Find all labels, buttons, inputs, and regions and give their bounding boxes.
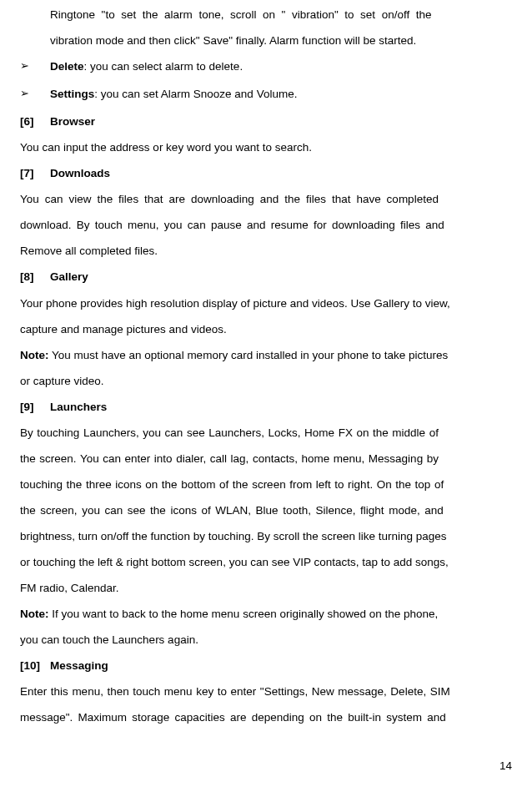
section-10-heading: [10]Messaging bbox=[20, 653, 512, 678]
section-10-body-2: message". Maximum storage capacities are… bbox=[20, 704, 512, 730]
note-label: Note: bbox=[20, 349, 49, 361]
intro-line-1: Ringtone "to set the alarm tone, scroll … bbox=[20, 2, 512, 28]
delete-label: Delete bbox=[50, 60, 84, 73]
note-rest-1: If you want to back to the home menu scr… bbox=[49, 608, 439, 620]
bullet-settings-text: Settings: you can set Alarm Snooze and V… bbox=[50, 81, 512, 107]
section-6-body: You can input the address or key word yo… bbox=[20, 134, 512, 160]
section-8-num: [8] bbox=[20, 264, 50, 290]
section-9-note: Note: If you want to back to the home me… bbox=[20, 601, 512, 627]
section-7-num: [7] bbox=[20, 160, 50, 186]
section-9-body-3: touching the three icons on the bottom o… bbox=[20, 472, 512, 497]
section-9-body-2: the screen. You can enter into dialer, c… bbox=[20, 446, 512, 472]
note-label: Note: bbox=[20, 608, 49, 620]
section-7-body-3: Remove all completed files. bbox=[20, 238, 512, 264]
section-6-title: Browser bbox=[50, 115, 95, 128]
section-8-title: Gallery bbox=[50, 270, 88, 283]
section-9-heading: [9]Launchers bbox=[20, 394, 512, 420]
note-rest-1: You must have an optional memory card in… bbox=[49, 349, 449, 361]
section-8-body-2: capture and manage pictures and videos. bbox=[20, 316, 512, 342]
section-7-body-2: download. By touch menu, you can pause a… bbox=[20, 212, 512, 238]
section-9-title: Launchers bbox=[50, 401, 107, 413]
section-10-title: Messaging bbox=[50, 659, 108, 672]
page-number: 14 bbox=[499, 753, 512, 779]
section-8-note-2: or capture video. bbox=[20, 368, 512, 394]
section-9-body-7: FM radio, Calendar. bbox=[20, 575, 512, 601]
section-7-heading: [7]Downloads bbox=[20, 160, 512, 186]
settings-label: Settings bbox=[50, 88, 94, 100]
section-8-note: Note: You must have an optional memory c… bbox=[20, 342, 512, 368]
bullet-marker: ➢ bbox=[20, 81, 50, 107]
settings-rest: : you can set Alarm Snooze and Volume. bbox=[94, 88, 297, 100]
section-8-body-1: Your phone provides high resolution disp… bbox=[20, 290, 512, 316]
section-7-body-1: You can view the files that are download… bbox=[20, 186, 512, 212]
section-6-heading: [6]Browser bbox=[20, 108, 512, 134]
section-9-num: [9] bbox=[20, 394, 50, 420]
bullet-delete: ➢ Delete: you can select alarm to delete… bbox=[20, 53, 512, 79]
section-10-num: [10] bbox=[20, 653, 50, 678]
section-9-note-2: you can touch the Launchers again. bbox=[20, 627, 512, 653]
section-6-num: [6] bbox=[20, 108, 50, 134]
section-10-body-1: Enter this menu, then touch menu key to … bbox=[20, 678, 512, 704]
delete-rest: : you can select alarm to delete. bbox=[84, 60, 243, 73]
bullet-marker: ➢ bbox=[20, 53, 50, 79]
bullet-delete-text: Delete: you can select alarm to delete. bbox=[50, 53, 512, 79]
section-9-body-5: brightness, turn on/off the function by … bbox=[20, 523, 512, 549]
section-7-title: Downloads bbox=[50, 167, 110, 179]
intro-line-2: vibration mode and then click" Save" fin… bbox=[20, 28, 512, 53]
section-9-body-1: By touching Launchers, you can see Launc… bbox=[20, 420, 512, 446]
section-9-body-4: the screen, you can see the icons of WLA… bbox=[20, 497, 512, 523]
bullet-settings: ➢ Settings: you can set Alarm Snooze and… bbox=[20, 81, 512, 107]
section-9-body-6: or touching the left & right bottom scre… bbox=[20, 549, 512, 575]
section-8-heading: [8]Gallery bbox=[20, 264, 512, 290]
